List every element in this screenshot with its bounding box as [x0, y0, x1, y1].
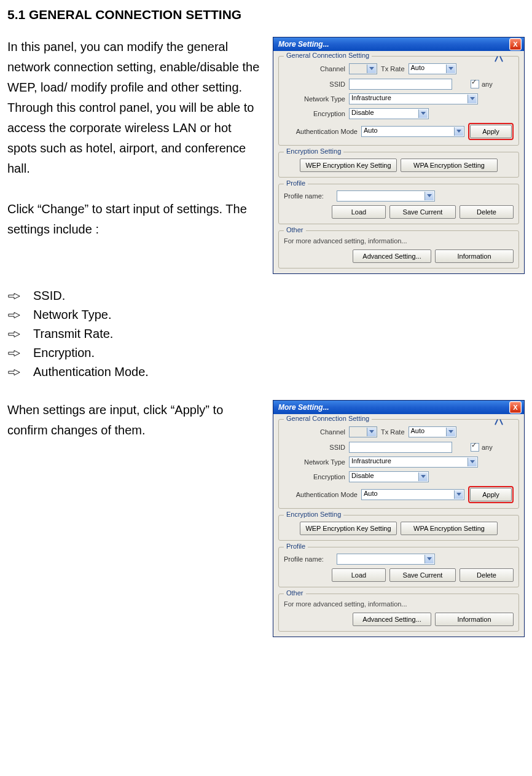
wep-setting-button[interactable]: WEP Encryption Key Setting: [300, 159, 397, 172]
group-profile: Profile Profile name: Load Save Current …: [278, 547, 519, 587]
dialog-body: General Connection Setting Channel Tx Ra…: [273, 414, 524, 637]
chevron-down-icon: [369, 67, 374, 70]
close-icon: X: [513, 41, 517, 48]
label-txrate: Tx Rate: [381, 65, 405, 73]
chevron-down-icon: [448, 430, 453, 433]
apply-button[interactable]: Apply: [470, 125, 512, 138]
channel-select[interactable]: [349, 426, 377, 437]
label-auth-mode: Authentication Mode: [284, 491, 358, 498]
list-item-label: SSID.: [33, 286, 65, 305]
chevron-down-icon: [456, 130, 461, 133]
ssid-input[interactable]: [349, 442, 452, 453]
list-item-label: Authentication Mode.: [33, 363, 149, 382]
list-item-label: Network Type.: [33, 305, 111, 324]
chevron-down-icon: [456, 493, 461, 496]
apply-highlight: Apply: [468, 486, 514, 503]
label-encryption: Encryption: [284, 473, 345, 480]
label-channel: Channel: [284, 428, 345, 436]
legend-profile: Profile: [284, 179, 308, 187]
save-current-button[interactable]: Save Current: [389, 568, 456, 582]
close-icon: X: [513, 404, 517, 411]
load-button[interactable]: Load: [332, 568, 386, 582]
group-encryption-setting: Encryption Setting WEP Encryption Key Se…: [278, 152, 519, 178]
wpa-setting-button[interactable]: WPA Encryption Setting: [401, 159, 498, 172]
delete-button[interactable]: Delete: [460, 568, 514, 582]
encryption-select[interactable]: Disable: [349, 471, 429, 482]
titlebar[interactable]: More Setting... X: [273, 37, 524, 51]
load-button[interactable]: Load: [332, 205, 386, 219]
group-profile: Profile Profile name: Load Save Current …: [278, 184, 519, 224]
profile-name-select[interactable]: [337, 190, 435, 202]
legend-general: General Connection Setting: [284, 52, 372, 59]
dialog-figure-1: More Setting... X General Connection Set…: [273, 37, 525, 274]
wifi-icon: [499, 63, 514, 75]
para-2: Click “Change” to start input of setting…: [7, 199, 260, 240]
label-profile-name: Profile name:: [284, 555, 333, 563]
other-hint: For more advanced setting, information..…: [284, 600, 514, 608]
para-1: In this panel, you can modify the genera…: [7, 37, 260, 179]
intro-text: In this panel, you can modify the genera…: [7, 37, 260, 240]
txrate-select[interactable]: Auto: [409, 426, 456, 437]
information-button[interactable]: Information: [435, 613, 514, 626]
group-general: General Connection Setting Channel Tx Ra…: [278, 56, 519, 146]
para-3: When settings are input, click “Apply” t…: [7, 400, 260, 441]
any-checkbox[interactable]: [471, 443, 479, 452]
hand-right-icon: [7, 348, 21, 358]
close-button[interactable]: X: [509, 401, 522, 413]
encryption-value: Disable: [351, 109, 374, 116]
dialog-body: General Connection Setting Channel Tx Ra…: [273, 51, 524, 273]
label-ssid: SSID: [284, 80, 345, 88]
section-intro: In this panel, you can modify the genera…: [7, 37, 525, 274]
wpa-setting-button[interactable]: WPA Encryption Setting: [401, 522, 498, 535]
delete-button[interactable]: Delete: [460, 205, 514, 219]
label-network-type: Network Type: [284, 458, 345, 466]
list-item: Network Type.: [7, 305, 525, 324]
auth-mode-select[interactable]: Auto: [361, 489, 464, 500]
legend-profile: Profile: [284, 543, 308, 550]
apply-button[interactable]: Apply: [470, 488, 512, 501]
network-type-select[interactable]: Infrastructure: [349, 457, 478, 468]
any-checkbox[interactable]: [471, 80, 479, 88]
txrate-select[interactable]: Auto: [409, 63, 456, 74]
apply-text: When settings are input, click “Apply” t…: [7, 400, 260, 441]
titlebar[interactable]: More Setting... X: [273, 401, 524, 414]
legend-encryption: Encryption Setting: [284, 147, 343, 155]
close-button[interactable]: X: [509, 38, 522, 50]
chevron-down-icon: [427, 194, 432, 197]
list-item: SSID.: [7, 286, 525, 305]
wifi-icon: [499, 426, 514, 438]
encryption-select[interactable]: Disable: [349, 108, 429, 119]
chevron-down-icon: [448, 67, 453, 70]
hand-right-icon: [7, 291, 21, 301]
ssid-input[interactable]: [349, 79, 452, 90]
chevron-down-icon: [427, 557, 432, 560]
advanced-setting-button[interactable]: Advanced Setting...: [353, 249, 431, 263]
channel-select[interactable]: [349, 63, 377, 74]
hand-right-icon: [7, 367, 21, 377]
group-encryption-setting: Encryption Setting WEP Encryption Key Se…: [278, 515, 519, 541]
information-button[interactable]: Information: [435, 249, 514, 263]
label-ssid: SSID: [284, 444, 345, 451]
group-other: Other For more advanced setting, informa…: [278, 230, 519, 268]
label-txrate: Tx Rate: [381, 428, 405, 436]
list-item: Transmit Rate.: [7, 324, 525, 343]
auth-mode-value: Auto: [364, 127, 378, 134]
profile-name-select[interactable]: [337, 554, 435, 565]
network-type-select[interactable]: Infrastructure: [349, 93, 478, 104]
list-item: Encryption.: [7, 343, 525, 363]
hand-right-icon: [7, 329, 21, 339]
wep-setting-button[interactable]: WEP Encryption Key Setting: [300, 522, 397, 535]
txrate-value: Auto: [411, 64, 425, 71]
advanced-setting-button[interactable]: Advanced Setting...: [353, 613, 431, 626]
more-setting-dialog: More Setting... X General Connection Set…: [273, 400, 525, 637]
save-current-button[interactable]: Save Current: [389, 205, 456, 219]
legend-general: General Connection Setting: [284, 415, 372, 422]
window-title: More Setting...: [278, 403, 329, 412]
label-any: any: [482, 80, 493, 88]
list-item: Authentication Mode.: [7, 363, 525, 382]
list-item-label: Encryption.: [33, 343, 95, 363]
page-heading: 5.1 GENERAL CONNECTION SETTING: [7, 7, 525, 22]
encryption-value: Disable: [351, 472, 374, 479]
auth-mode-select[interactable]: Auto: [361, 126, 464, 137]
legend-other: Other: [284, 589, 306, 597]
